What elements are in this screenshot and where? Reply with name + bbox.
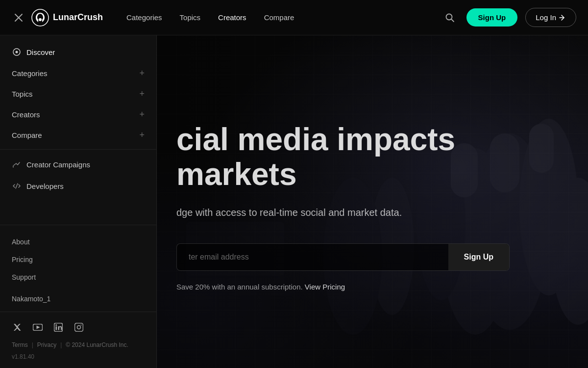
- hero-title: cial media impacts markets: [176, 122, 559, 191]
- campaigns-icon: [12, 159, 22, 169]
- sidebar-topics-label: Topics: [12, 90, 134, 98]
- hero-savings-text: Save 20% with an annual subscription. Vi…: [176, 283, 568, 291]
- copyright-text: © 2024 LunarCrush Inc.: [66, 342, 128, 348]
- sidebar-developers-label: Developers: [26, 182, 145, 190]
- main-content: cial media impacts markets dge with acce…: [157, 35, 588, 368]
- nav-topics[interactable]: Topics: [180, 13, 201, 22]
- svg-point-14: [55, 324, 57, 326]
- logo-icon: [31, 9, 49, 26]
- nav-compare[interactable]: Compare: [264, 13, 294, 22]
- topnav-login-button[interactable]: Log In: [525, 8, 576, 27]
- svg-line-5: [451, 19, 454, 22]
- sidebar-item-discover[interactable]: Discover: [0, 41, 156, 63]
- svg-point-17: [81, 325, 82, 326]
- svg-point-8: [16, 51, 18, 53]
- login-arrow-icon: [559, 14, 566, 21]
- sidebar-item-creator-campaigns[interactable]: Creator Campaigns: [0, 154, 156, 175]
- developers-icon: [12, 181, 22, 191]
- terms-link[interactable]: Terms: [12, 342, 28, 348]
- hero-email-form: Sign Up: [176, 243, 510, 271]
- sidebar-compare-label: Compare: [12, 131, 134, 139]
- search-button[interactable]: [441, 9, 459, 26]
- topics-plus-icon: +: [139, 89, 145, 98]
- sidebar-pricing-link[interactable]: Pricing: [0, 251, 156, 268]
- main-layout: Discover Categories + Topics + Creators …: [0, 35, 588, 368]
- youtube-icon[interactable]: [32, 322, 43, 333]
- sidebar-divider-3: [0, 312, 156, 312]
- svg-rect-13: [56, 326, 57, 330]
- nav-creators[interactable]: Creators: [218, 13, 246, 22]
- sidebar-divider-2: [0, 225, 156, 225]
- creators-plus-icon: +: [139, 110, 145, 119]
- sidebar-item-topics[interactable]: Topics +: [0, 83, 156, 104]
- sidebar-support-link[interactable]: Support: [0, 268, 156, 286]
- svg-line-9: [16, 184, 18, 188]
- hero-signup-button[interactable]: Sign Up: [448, 244, 509, 270]
- close-button[interactable]: [12, 11, 25, 25]
- svg-point-3: [39, 18, 42, 21]
- sidebar-username[interactable]: Nakamoto_1: [0, 290, 156, 308]
- hero-content: cial media impacts markets dge with acce…: [157, 35, 588, 368]
- linkedin-icon[interactable]: [53, 322, 64, 333]
- sidebar-socials: [0, 316, 156, 339]
- svg-marker-11: [37, 326, 40, 329]
- svg-point-16: [77, 326, 81, 329]
- sidebar-creators-label: Creators: [12, 110, 134, 119]
- logo-text: LunarCrush: [53, 12, 103, 23]
- topnav-links: Categories Topics Creators Compare: [126, 13, 441, 22]
- view-pricing-link[interactable]: View Pricing: [305, 283, 345, 291]
- logo[interactable]: LunarCrush: [31, 9, 103, 26]
- topnav-signup-button[interactable]: Sign Up: [466, 8, 518, 26]
- hero-subtitle: dge with access to real-time social and …: [176, 205, 510, 220]
- sidebar-nav: Discover Categories + Topics + Creators …: [0, 35, 156, 221]
- twitter-x-icon[interactable]: [12, 322, 23, 333]
- sidebar-item-categories[interactable]: Categories +: [0, 63, 156, 83]
- svg-point-2: [32, 9, 49, 26]
- sidebar-item-creators[interactable]: Creators +: [0, 104, 156, 125]
- sidebar-item-compare[interactable]: Compare +: [0, 125, 156, 145]
- topnav: LunarCrush Categories Topics Creators Co…: [0, 0, 588, 35]
- sidebar-campaigns-label: Creator Campaigns: [26, 160, 145, 169]
- sidebar: Discover Categories + Topics + Creators …: [0, 35, 157, 368]
- privacy-link[interactable]: Privacy: [37, 342, 56, 348]
- discover-icon: [12, 47, 22, 57]
- sidebar-item-developers[interactable]: Developers: [0, 175, 156, 197]
- sidebar-about-link[interactable]: About: [0, 233, 156, 251]
- sidebar-categories-label: Categories: [12, 69, 134, 78]
- sidebar-divider-1: [0, 149, 156, 150]
- svg-rect-15: [75, 323, 83, 332]
- topnav-right: Sign Up Log In: [441, 8, 576, 27]
- sidebar-discover-label: Discover: [26, 48, 145, 56]
- instagram-icon[interactable]: [74, 322, 84, 333]
- nav-categories[interactable]: Categories: [126, 13, 162, 22]
- hero-email-input[interactable]: [177, 244, 448, 270]
- sidebar-footer-links: About Pricing Support: [0, 229, 156, 290]
- sidebar-bottom-links: Terms | Privacy | © 2024 LunarCrush Inc.: [0, 339, 156, 351]
- version-label: v1.81.40: [0, 351, 156, 368]
- compare-plus-icon: +: [139, 131, 145, 139]
- categories-plus-icon: +: [139, 69, 145, 78]
